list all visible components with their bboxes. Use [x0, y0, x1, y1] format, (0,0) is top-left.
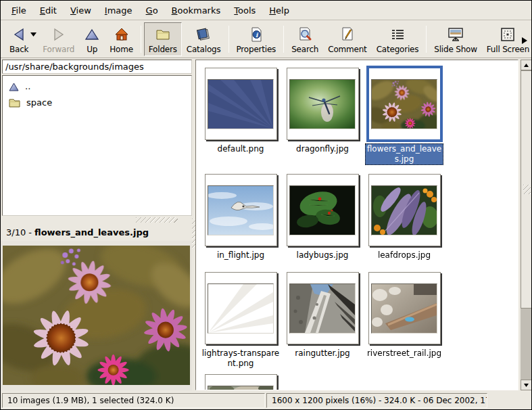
- up-icon: [84, 26, 100, 43]
- forward-icon: [51, 26, 67, 43]
- preview-image: [3, 246, 190, 385]
- thumbnail-in-flight[interactable]: in_flight.jpg: [197, 174, 285, 260]
- search-button[interactable]: Search: [287, 22, 323, 56]
- thumbnail-leafdrops[interactable]: leafdrops.jpg: [360, 174, 448, 260]
- menu-bookmarks[interactable]: Bookmarks: [165, 3, 228, 18]
- up-button[interactable]: Up: [79, 22, 105, 56]
- toolbar-separator: [283, 26, 284, 53]
- thumbnail-grid[interactable]: default.png dragonfly.jpg: [195, 60, 518, 390]
- folder-icon: [9, 97, 20, 108]
- grid-scrollbar[interactable]: [521, 60, 532, 390]
- comment-icon: [339, 26, 356, 43]
- info-page-icon: i: [248, 26, 264, 43]
- slideshow-button[interactable]: Slide Show: [429, 22, 481, 56]
- sidebar-splitter[interactable]: [1, 216, 192, 224]
- scrollbar-thumb[interactable]: [521, 70, 532, 309]
- toolbar: Back Forward Up Home: [1, 20, 531, 58]
- folder-list: .. space: [2, 75, 192, 216]
- status-bar: 10 images (1.9 MB), 1 selected (324.0 K)…: [1, 391, 531, 409]
- gthumb-window: File Edit View Image Go Bookmarks Tools …: [0, 0, 532, 410]
- location-input[interactable]: [2, 60, 192, 74]
- menu-go[interactable]: Go: [139, 3, 165, 18]
- menu-edit[interactable]: Edit: [33, 3, 64, 18]
- comment-button[interactable]: Comment: [323, 22, 371, 56]
- scroll-up-button[interactable]: [521, 60, 532, 70]
- current-filename: flowers_and_leaves.jpg: [34, 227, 149, 237]
- forward-button[interactable]: Forward: [38, 22, 79, 56]
- back-icon: [11, 26, 27, 43]
- scroll-down-button[interactable]: [521, 380, 532, 390]
- folder-item-space[interactable]: space: [3, 94, 191, 110]
- fullscreen-icon: [500, 26, 516, 43]
- back-button[interactable]: Back: [5, 22, 33, 56]
- up-triangle-icon: [9, 81, 19, 91]
- menu-file[interactable]: File: [5, 3, 33, 18]
- menu-view[interactable]: View: [64, 3, 98, 18]
- catalogs-button[interactable]: Catalogs: [182, 22, 226, 56]
- back-history-dropdown[interactable]: [30, 28, 37, 39]
- projector-screen-icon: [447, 26, 464, 43]
- menu-help[interactable]: Help: [262, 3, 296, 18]
- home-icon: [114, 26, 130, 43]
- image-preview-pane[interactable]: [1, 241, 192, 390]
- folder-item-parent[interactable]: ..: [3, 78, 191, 94]
- book-icon: [195, 26, 212, 43]
- thumbnail-lightrays[interactable]: lightrays-transpare nt.png: [197, 272, 285, 369]
- toolbar-separator: [426, 26, 427, 53]
- menu-tools[interactable]: Tools: [227, 3, 262, 18]
- thumbnail-flowers-and-leaves[interactable]: flowers_and_leave s.jpg: [360, 68, 448, 165]
- search-icon: [297, 26, 313, 43]
- thumbnail-default[interactable]: default.png: [197, 68, 285, 154]
- status-images-summary: 10 images (1.9 MB), 1 selected (324.0 K): [2, 393, 265, 408]
- browser-status: 3/10 -flowers_and_leaves.jpg: [1, 224, 192, 241]
- list-icon: [389, 26, 406, 43]
- thumbnail-dragonfly[interactable]: dragonfly.jpg: [279, 68, 366, 154]
- menu-image[interactable]: Image: [98, 3, 139, 18]
- categories-button[interactable]: Categories: [372, 22, 424, 56]
- folder-icon: [155, 26, 171, 43]
- toolbar-overflow-arrow[interactable]: [522, 35, 527, 45]
- thumbnail-partial[interactable]: [197, 374, 285, 390]
- home-button[interactable]: Home: [105, 22, 138, 56]
- thumbnail-raingutter[interactable]: raingutter.jpg: [279, 272, 366, 359]
- folders-button[interactable]: Folders: [144, 22, 182, 56]
- properties-button[interactable]: i Properties: [232, 22, 281, 56]
- toolbar-separator: [141, 26, 141, 53]
- selected-thumbnail-label: flowers_and_leave s.jpg: [365, 143, 443, 165]
- thumbnail-riverstreet-rail[interactable]: riverstreet_rail.jpg: [360, 272, 448, 359]
- status-image-details: 1600 x 1200 pixels (16%) - 324.0 K - 06 …: [266, 393, 487, 408]
- thumbnail-ladybugs[interactable]: ladybugs.jpg: [279, 174, 366, 260]
- menu-bar: File Edit View Image Go Bookmarks Tools …: [1, 1, 531, 20]
- toolbar-separator: [228, 26, 229, 53]
